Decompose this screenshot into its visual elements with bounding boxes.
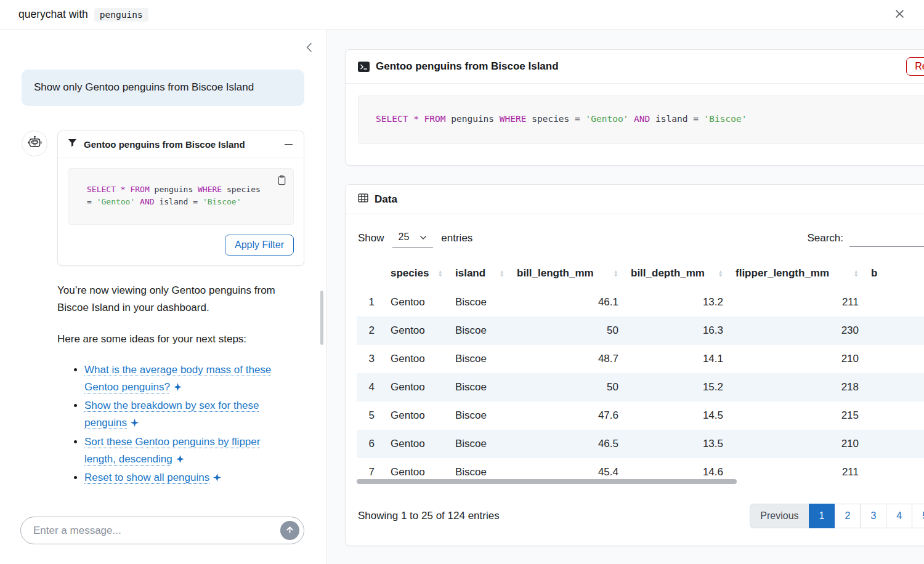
table-info: Showing 1 to 25 of 124 entries — [358, 510, 500, 522]
suggestion-link[interactable]: Reset to show all penguins — [84, 472, 209, 483]
sidebar-scrollbar-thumb[interactable] — [320, 291, 323, 345]
suggestion-item: Sort these Gentoo penguins by flipper le… — [84, 433, 290, 468]
data-card: Data Show 25 entries Search: — [345, 184, 924, 546]
column-header-species[interactable]: species▲▼ — [384, 261, 449, 288]
filter-suggestion-card: Gentoo penguins from Biscoe Island — [57, 131, 304, 266]
table-cell: 14.1 — [625, 345, 729, 373]
page-length-control: Show 25 entries — [358, 229, 472, 248]
page-button-4[interactable]: 4 — [886, 504, 912, 528]
table-icon — [358, 193, 368, 206]
data-table: species▲▼island▲▼bill_length_mm▲▼bill_de… — [357, 261, 924, 485]
table-cell: Gentoo — [384, 430, 449, 458]
table-cell: 48.7 — [511, 345, 625, 373]
table-cell: Gentoo — [384, 288, 449, 316]
table-cell: 3 — [357, 345, 384, 373]
close-button[interactable] — [891, 6, 908, 24]
filter-card-title: Gentoo penguins from Biscoe Island — [84, 139, 245, 150]
table-cell: Biscoe — [449, 401, 511, 430]
page-length-select[interactable]: 25 — [392, 229, 434, 248]
column-header-b[interactable]: b▲▼ — [865, 261, 924, 288]
sql-code-block: SELECT * FROM penguins WHERE species = '… — [68, 168, 294, 225]
sparkle-icon — [174, 383, 182, 391]
table-cell: 211 — [729, 458, 865, 485]
page-button-3[interactable]: 3 — [860, 504, 886, 528]
table-cell: 210 — [729, 430, 865, 458]
suggestion-link[interactable]: Show the breakdown by sex for these peng… — [84, 400, 259, 429]
column-header-flipper_length_mm[interactable]: flipper_length_mm▲▼ — [729, 261, 865, 288]
table-cell: 47.6 — [511, 401, 625, 430]
sort-arrows-icon: ▲▼ — [614, 270, 618, 278]
sort-arrows-icon: ▲▼ — [854, 270, 859, 278]
column-header-bill_length_mm[interactable]: bill_length_mm▲▼ — [511, 261, 625, 288]
table-cell — [865, 288, 924, 316]
table-row: 3GentooBiscoe48.714.1210 — [357, 345, 924, 373]
page-button-1[interactable]: 1 — [809, 504, 835, 528]
sort-arrows-icon: ▲▼ — [438, 270, 443, 278]
sort-arrows-icon: ▲▼ — [500, 270, 505, 278]
show-label: Show — [358, 232, 384, 244]
sort-arrows-icon: ▲▼ — [718, 270, 723, 278]
message-input[interactable] — [33, 525, 280, 537]
suggestion-item: Reset to show all penguins — [84, 469, 290, 486]
sparkle-icon — [131, 419, 139, 427]
send-button[interactable] — [280, 521, 299, 540]
search-input[interactable] — [849, 230, 924, 247]
table-cell: 1 — [357, 288, 384, 316]
clipboard-icon — [277, 178, 286, 187]
table-cell: 5 — [357, 401, 384, 430]
suggestion-item: Show the breakdown by sex for these peng… — [84, 397, 290, 432]
query-card-title: Gentoo penguins from Biscoe Island — [376, 60, 559, 73]
pagination: Previous12345Next — [750, 504, 924, 528]
reset-query-button[interactable]: Reset Query — [906, 57, 924, 76]
table-cell: 50 — [511, 316, 625, 345]
dashboard-panel: Gentoo penguins from Biscoe Island Reset… — [326, 30, 924, 564]
page-button-2[interactable]: 2 — [834, 504, 861, 528]
terminal-icon — [358, 62, 370, 72]
table-cell: 14.5 — [625, 401, 729, 430]
sql-code: SELECT * FROM penguins WHERE species = '… — [359, 95, 924, 143]
table-cell — [865, 316, 924, 345]
arrow-up-icon — [285, 525, 294, 536]
collapse-card-button[interactable] — [283, 140, 294, 149]
table-row: 6GentooBiscoe46.513.5210 — [357, 430, 924, 458]
table-cell: 50 — [511, 373, 625, 401]
table-row: 1GentooBiscoe46.113.2211 — [357, 288, 924, 316]
table-row: 4GentooBiscoe5015.2218 — [357, 373, 924, 401]
chevron-left-icon — [305, 46, 314, 55]
column-header-index — [357, 261, 384, 288]
assistant-paragraph: You’re now viewing only Gentoo penguins … — [57, 282, 304, 316]
close-icon — [894, 12, 906, 22]
table-cell: Biscoe — [449, 430, 511, 458]
robot-icon — [27, 134, 43, 152]
data-card-title: Data — [375, 193, 397, 206]
table-cell: 218 — [729, 373, 865, 401]
table-row: 2GentooBiscoe5016.3230 — [357, 316, 924, 345]
table-cell — [865, 345, 924, 373]
assistant-avatar — [22, 131, 47, 156]
suggestion-list: What is the average body mass of these G… — [57, 361, 304, 487]
table-cell: Gentoo — [384, 373, 449, 401]
sparkle-icon — [213, 473, 221, 481]
table-cell: Gentoo — [384, 316, 449, 345]
table-cell — [865, 373, 924, 401]
table-cell: Gentoo — [384, 401, 449, 430]
table-horizontal-scrollbar-thumb[interactable] — [357, 479, 737, 484]
page-button-previous[interactable]: Previous — [750, 504, 809, 528]
table-cell — [865, 430, 924, 458]
app-title: querychat with — [18, 8, 88, 21]
sparkle-icon — [176, 455, 184, 463]
table-cell: 230 — [729, 316, 865, 345]
page-button-5[interactable]: 5 — [912, 504, 924, 528]
table-cell: Biscoe — [449, 316, 511, 345]
sidebar-collapse-button[interactable] — [302, 39, 316, 57]
column-header-bill_depth_mm[interactable]: bill_depth_mm▲▼ — [625, 261, 729, 288]
copy-code-button[interactable] — [276, 174, 288, 188]
apply-filter-button[interactable]: Apply Filter — [225, 235, 294, 256]
table-cell: 13.5 — [625, 430, 729, 458]
table-cell: 4 — [357, 373, 384, 401]
table-cell: Biscoe — [449, 288, 511, 316]
column-header-island[interactable]: island▲▼ — [449, 261, 511, 288]
suggestion-link[interactable]: Sort these Gentoo penguins by flipper le… — [84, 436, 260, 465]
table-cell: 6 — [357, 430, 384, 458]
assistant-message: You’re now viewing only Gentoo penguins … — [57, 282, 304, 486]
